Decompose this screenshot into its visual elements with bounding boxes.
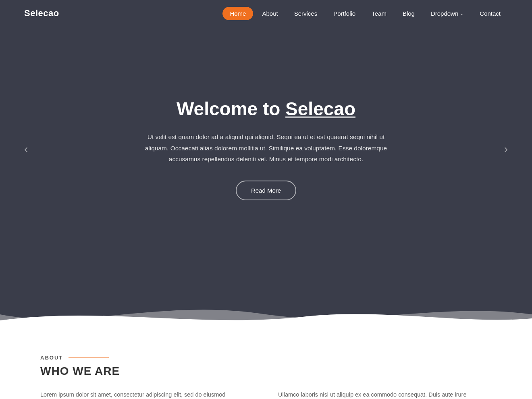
about-section: ABOUT WHO WE ARE Lorem ipsum dolor sit a…	[0, 330, 532, 399]
nav-item-portfolio[interactable]: Portfolio	[326, 7, 363, 20]
nav-link-services[interactable]: Services	[287, 7, 325, 20]
hero-title: Welcome to Selecao	[137, 98, 395, 120]
nav-link-portfolio[interactable]: Portfolio	[326, 7, 363, 20]
nav-item-dropdown[interactable]: Dropdown ⌄	[424, 7, 471, 20]
nav-item-services[interactable]: Services	[287, 7, 325, 20]
chevron-down-icon: ⌄	[460, 11, 463, 16]
nav-link-contact[interactable]: Contact	[472, 7, 508, 20]
hero-content: Welcome to Selecao Ut velit est quam dol…	[121, 98, 411, 200]
nav-item-home[interactable]: Home	[222, 7, 253, 20]
about-label: ABOUT	[40, 355, 63, 361]
nav-link-home[interactable]: Home	[222, 7, 253, 20]
nav-item-blog[interactable]: Blog	[395, 7, 422, 20]
nav-item-contact[interactable]: Contact	[472, 7, 508, 20]
about-col-1: Lorem ipsum dolor sit amet, consectetur …	[40, 390, 254, 399]
nav-item-about[interactable]: About	[255, 7, 285, 20]
nav-link-blog[interactable]: Blog	[395, 7, 422, 20]
section-label-line	[69, 357, 109, 358]
nav-link-about[interactable]: About	[255, 7, 285, 20]
section-label: ABOUT	[40, 355, 492, 361]
navbar: Selecao Home About Services Portfolio Te…	[0, 0, 532, 27]
about-title: WHO WE ARE	[40, 365, 492, 378]
nav-links: Home About Services Portfolio Team Blog …	[222, 7, 508, 20]
hero-description: Ut velit est quam dolor ad a aliquid qui…	[137, 131, 395, 164]
about-col-2: Ullamco laboris nisi ut aliquip ex ea co…	[278, 390, 492, 399]
about-columns: Lorem ipsum dolor sit amet, consectetur …	[40, 390, 492, 399]
nav-item-team[interactable]: Team	[364, 7, 394, 20]
carousel-next-button[interactable]: ›	[500, 139, 512, 160]
hero-section: ‹ Welcome to Selecao Ut velit est quam d…	[0, 0, 532, 298]
read-more-button[interactable]: Read More	[236, 181, 296, 200]
wave-divider	[0, 298, 532, 330]
nav-link-team[interactable]: Team	[364, 7, 394, 20]
nav-link-dropdown[interactable]: Dropdown ⌄	[424, 7, 471, 20]
brand-logo[interactable]: Selecao	[24, 8, 59, 19]
carousel-prev-button[interactable]: ‹	[20, 139, 32, 160]
